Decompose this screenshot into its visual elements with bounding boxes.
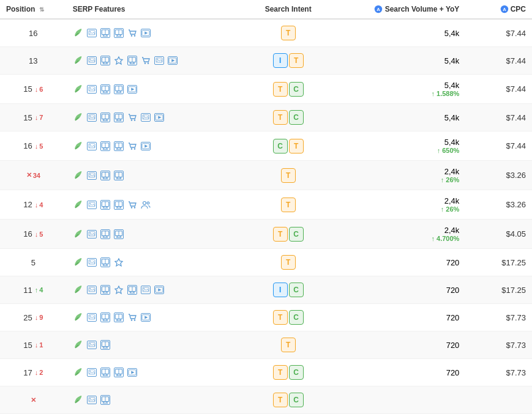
volume-number: 5,4k — [353, 81, 459, 90]
serp-features-cell — [67, 47, 230, 75]
svg-point-175 — [130, 319, 132, 320]
cpc-cell: $3.26 — [465, 190, 532, 220]
table-row: 16 T 5,4k $7.44 — [0, 19, 532, 47]
serp-icon-image — [86, 367, 97, 378]
serp-features-cell — [67, 19, 230, 47]
intent-cell: IT — [229, 47, 347, 75]
cpc-value: $7.44 — [506, 141, 526, 150]
position-change-down: 6 — [35, 86, 43, 93]
cpc-value: $17.25 — [501, 286, 526, 295]
position-number: 25 — [23, 313, 32, 322]
google-ads-icon-cpc: A — [500, 5, 509, 13]
cpc-cell: $7.73 — [465, 359, 532, 386]
svg-marker-40 — [171, 59, 174, 62]
serp-icon-leaf — [73, 339, 84, 350]
intent-badge-t: T — [273, 393, 288, 407]
volume-cell: 5,4k — [347, 104, 465, 131]
position-cell: 15 1 — [0, 331, 67, 359]
serp-icon-image — [86, 312, 97, 323]
yoy-value: ↑ 1.588% — [353, 90, 459, 97]
cpc-value: $3.26 — [506, 200, 526, 209]
serp-icon-local — [113, 199, 124, 210]
svg-point-120 — [143, 201, 146, 204]
sort-position-icon[interactable]: ⇅ — [39, 6, 44, 13]
yoy-value: ↑ 26% — [353, 205, 459, 213]
svg-point-121 — [147, 202, 149, 204]
svg-point-118 — [130, 207, 132, 208]
svg-marker-161 — [158, 288, 161, 291]
cpc-cell: $3.26 — [465, 161, 532, 190]
svg-marker-143 — [115, 259, 122, 266]
cpc-cell: $7.73 — [465, 331, 532, 359]
cpc-value: $7.73 — [506, 313, 526, 322]
table-row: 25 9 TC 720 $7.73 — [0, 304, 532, 331]
table-row: 16 5 CT 5,4k↑ 650% $7.44 — [0, 131, 532, 161]
svg-marker-201 — [131, 371, 134, 374]
cpc-cell: $17.25 — [465, 249, 532, 276]
svg-marker-178 — [144, 316, 148, 319]
serp-icon-video — [154, 112, 165, 123]
serp-icon-star — [113, 257, 124, 268]
intent-cell: T — [229, 190, 347, 220]
volume-number: 2,4k — [353, 226, 459, 235]
header-position[interactable]: Position ⇅ — [0, 0, 67, 19]
header-cpc[interactable]: A CPC — [465, 0, 532, 19]
volume-cell: 5,4k — [347, 19, 465, 47]
svg-point-137 — [89, 261, 91, 262]
position-number: 11 — [23, 286, 32, 295]
serp-icon-local — [100, 394, 111, 405]
serp-icon-local — [113, 112, 124, 123]
volume-number: 720 — [353, 286, 459, 295]
serp-icon-local — [113, 28, 124, 39]
table-row: 15 1 T 720 $7.73 — [0, 331, 532, 359]
intent-badge-c: C — [289, 227, 304, 242]
intent-cell: TC — [229, 386, 347, 414]
position-change-down: 5 — [35, 142, 43, 150]
volume-number: 720 — [353, 341, 459, 350]
header-serp-features[interactable]: SERP Features — [67, 0, 230, 19]
serp-icon-leaf — [73, 229, 84, 240]
serp-features-cell — [67, 131, 230, 161]
volume-cell: 720 — [347, 249, 465, 276]
position-number: 13 — [29, 56, 37, 65]
cpc-cell: $7.44 — [465, 19, 532, 47]
svg-point-6 — [89, 31, 91, 32]
intent-badge-c: C — [289, 310, 304, 325]
serp-icon-image — [86, 84, 97, 95]
volume-cell: 720 — [347, 304, 465, 331]
position-cell: 13 — [0, 47, 67, 75]
header-volume[interactable]: A Search Volume + YoY — [347, 0, 465, 19]
keyword-table: Position ⇅ SERP Features Search Intent A — [0, 0, 532, 414]
serp-icon-image — [86, 229, 97, 240]
volume-cell: 720 — [347, 276, 465, 304]
position-cell: 16 — [0, 19, 67, 47]
serp-icon-image2 — [140, 112, 151, 123]
header-search-intent[interactable]: Search Intent — [229, 0, 347, 19]
serp-icon-local — [100, 312, 111, 323]
intent-cell: TC — [229, 104, 347, 131]
table-row: TC — [0, 386, 532, 414]
table-row: 15 7 TC 5,4k $7.44 — [0, 104, 532, 131]
intent-cell: TC — [229, 220, 347, 249]
serp-icon-video — [140, 141, 151, 152]
svg-point-181 — [89, 343, 91, 344]
serp-icon-video — [140, 312, 151, 323]
serp-icon-image — [86, 141, 97, 152]
serp-icon-local — [100, 284, 111, 295]
serp-features-cell — [67, 304, 230, 331]
position-cell: 15 7 — [0, 104, 67, 131]
svg-point-176 — [133, 319, 135, 320]
serp-icon-local — [127, 55, 138, 66]
position-cell: 16 5 — [0, 131, 67, 161]
intent-badge-t: T — [289, 53, 304, 68]
intent-badge-i: I — [273, 283, 288, 297]
svg-point-124 — [89, 232, 91, 234]
cpc-cell: $7.44 — [465, 131, 532, 161]
cpc-value: $3.26 — [506, 171, 526, 180]
serp-icon-video — [127, 367, 138, 378]
svg-marker-152 — [115, 286, 122, 294]
main-table-container: Position ⇅ SERP Features Search Intent A — [0, 0, 532, 414]
intent-badge-t: T — [273, 310, 288, 325]
serp-icon-leaf — [73, 55, 84, 66]
cpc-cell — [465, 386, 532, 414]
